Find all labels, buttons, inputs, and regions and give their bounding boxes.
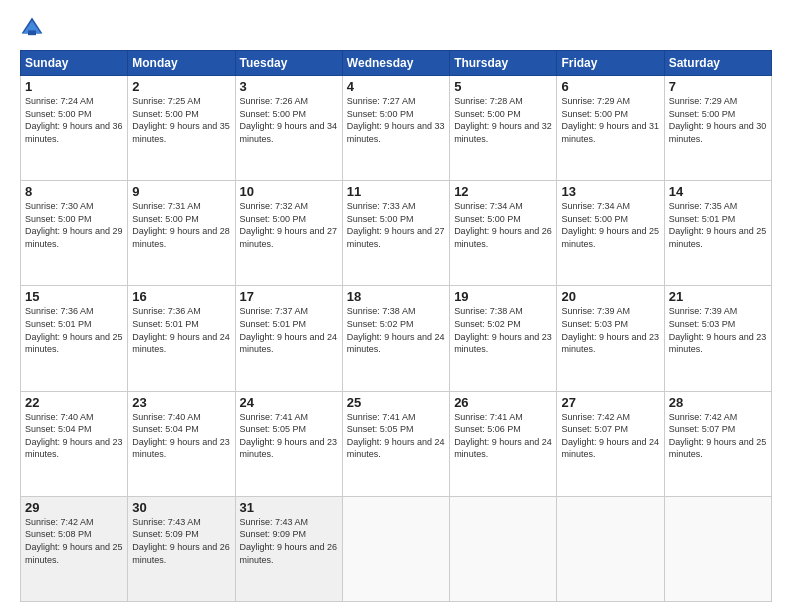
day-info: Sunrise: 7:25 AMSunset: 5:00 PMDaylight:… bbox=[132, 96, 230, 144]
day-number: 10 bbox=[240, 184, 338, 199]
calendar-cell: 16 Sunrise: 7:36 AMSunset: 5:01 PMDaylig… bbox=[128, 286, 235, 391]
calendar-table: SundayMondayTuesdayWednesdayThursdayFrid… bbox=[20, 50, 772, 602]
day-info: Sunrise: 7:40 AMSunset: 5:04 PMDaylight:… bbox=[25, 412, 123, 460]
day-info: Sunrise: 7:42 AMSunset: 5:07 PMDaylight:… bbox=[561, 412, 659, 460]
day-number: 4 bbox=[347, 79, 445, 94]
page: SundayMondayTuesdayWednesdayThursdayFrid… bbox=[0, 0, 792, 612]
calendar-cell: 12 Sunrise: 7:34 AMSunset: 5:00 PMDaylig… bbox=[450, 181, 557, 286]
day-info: Sunrise: 7:39 AMSunset: 5:03 PMDaylight:… bbox=[669, 306, 767, 354]
calendar-cell: 10 Sunrise: 7:32 AMSunset: 5:00 PMDaylig… bbox=[235, 181, 342, 286]
day-info: Sunrise: 7:43 AMSunset: 5:09 PMDaylight:… bbox=[132, 517, 230, 565]
logo bbox=[20, 16, 48, 40]
calendar-cell: 13 Sunrise: 7:34 AMSunset: 5:00 PMDaylig… bbox=[557, 181, 664, 286]
day-number: 30 bbox=[132, 500, 230, 515]
calendar-cell: 5 Sunrise: 7:28 AMSunset: 5:00 PMDayligh… bbox=[450, 76, 557, 181]
day-number: 25 bbox=[347, 395, 445, 410]
calendar-cell bbox=[557, 496, 664, 601]
calendar-cell: 18 Sunrise: 7:38 AMSunset: 5:02 PMDaylig… bbox=[342, 286, 449, 391]
calendar-cell: 11 Sunrise: 7:33 AMSunset: 5:00 PMDaylig… bbox=[342, 181, 449, 286]
day-number: 27 bbox=[561, 395, 659, 410]
calendar-week-row: 15 Sunrise: 7:36 AMSunset: 5:01 PMDaylig… bbox=[21, 286, 772, 391]
calendar-cell: 28 Sunrise: 7:42 AMSunset: 5:07 PMDaylig… bbox=[664, 391, 771, 496]
day-info: Sunrise: 7:34 AMSunset: 5:00 PMDaylight:… bbox=[454, 201, 552, 249]
calendar-cell: 6 Sunrise: 7:29 AMSunset: 5:00 PMDayligh… bbox=[557, 76, 664, 181]
calendar-week-row: 1 Sunrise: 7:24 AMSunset: 5:00 PMDayligh… bbox=[21, 76, 772, 181]
calendar-cell: 2 Sunrise: 7:25 AMSunset: 5:00 PMDayligh… bbox=[128, 76, 235, 181]
day-info: Sunrise: 7:33 AMSunset: 5:00 PMDaylight:… bbox=[347, 201, 445, 249]
day-number: 5 bbox=[454, 79, 552, 94]
day-info: Sunrise: 7:24 AMSunset: 5:00 PMDaylight:… bbox=[25, 96, 123, 144]
calendar-cell: 4 Sunrise: 7:27 AMSunset: 5:00 PMDayligh… bbox=[342, 76, 449, 181]
day-info: Sunrise: 7:28 AMSunset: 5:00 PMDaylight:… bbox=[454, 96, 552, 144]
calendar-cell: 17 Sunrise: 7:37 AMSunset: 5:01 PMDaylig… bbox=[235, 286, 342, 391]
day-number: 26 bbox=[454, 395, 552, 410]
day-info: Sunrise: 7:37 AMSunset: 5:01 PMDaylight:… bbox=[240, 306, 338, 354]
weekday-header: Friday bbox=[557, 51, 664, 76]
calendar-week-row: 8 Sunrise: 7:30 AMSunset: 5:00 PMDayligh… bbox=[21, 181, 772, 286]
calendar-header-row: SundayMondayTuesdayWednesdayThursdayFrid… bbox=[21, 51, 772, 76]
calendar-cell bbox=[664, 496, 771, 601]
day-info: Sunrise: 7:34 AMSunset: 5:00 PMDaylight:… bbox=[561, 201, 659, 249]
calendar-cell: 8 Sunrise: 7:30 AMSunset: 5:00 PMDayligh… bbox=[21, 181, 128, 286]
calendar-cell: 25 Sunrise: 7:41 AMSunset: 5:05 PMDaylig… bbox=[342, 391, 449, 496]
calendar-cell: 29 Sunrise: 7:42 AMSunset: 5:08 PMDaylig… bbox=[21, 496, 128, 601]
day-number: 9 bbox=[132, 184, 230, 199]
calendar-cell bbox=[450, 496, 557, 601]
calendar-cell: 21 Sunrise: 7:39 AMSunset: 5:03 PMDaylig… bbox=[664, 286, 771, 391]
calendar-cell: 23 Sunrise: 7:40 AMSunset: 5:04 PMDaylig… bbox=[128, 391, 235, 496]
day-info: Sunrise: 7:27 AMSunset: 5:00 PMDaylight:… bbox=[347, 96, 445, 144]
weekday-header: Saturday bbox=[664, 51, 771, 76]
day-number: 22 bbox=[25, 395, 123, 410]
calendar-cell: 27 Sunrise: 7:42 AMSunset: 5:07 PMDaylig… bbox=[557, 391, 664, 496]
calendar-cell: 20 Sunrise: 7:39 AMSunset: 5:03 PMDaylig… bbox=[557, 286, 664, 391]
day-number: 16 bbox=[132, 289, 230, 304]
day-number: 8 bbox=[25, 184, 123, 199]
weekday-header: Wednesday bbox=[342, 51, 449, 76]
weekday-header: Monday bbox=[128, 51, 235, 76]
day-number: 13 bbox=[561, 184, 659, 199]
day-info: Sunrise: 7:32 AMSunset: 5:00 PMDaylight:… bbox=[240, 201, 338, 249]
weekday-header: Thursday bbox=[450, 51, 557, 76]
day-number: 17 bbox=[240, 289, 338, 304]
calendar-cell: 22 Sunrise: 7:40 AMSunset: 5:04 PMDaylig… bbox=[21, 391, 128, 496]
day-info: Sunrise: 7:26 AMSunset: 5:00 PMDaylight:… bbox=[240, 96, 338, 144]
day-number: 31 bbox=[240, 500, 338, 515]
day-info: Sunrise: 7:29 AMSunset: 5:00 PMDaylight:… bbox=[561, 96, 659, 144]
day-number: 12 bbox=[454, 184, 552, 199]
day-info: Sunrise: 7:36 AMSunset: 5:01 PMDaylight:… bbox=[25, 306, 123, 354]
calendar-cell: 1 Sunrise: 7:24 AMSunset: 5:00 PMDayligh… bbox=[21, 76, 128, 181]
day-number: 20 bbox=[561, 289, 659, 304]
day-info: Sunrise: 7:39 AMSunset: 5:03 PMDaylight:… bbox=[561, 306, 659, 354]
calendar-cell: 30 Sunrise: 7:43 AMSunset: 5:09 PMDaylig… bbox=[128, 496, 235, 601]
day-number: 21 bbox=[669, 289, 767, 304]
day-number: 28 bbox=[669, 395, 767, 410]
calendar-cell: 15 Sunrise: 7:36 AMSunset: 5:01 PMDaylig… bbox=[21, 286, 128, 391]
day-info: Sunrise: 7:40 AMSunset: 5:04 PMDaylight:… bbox=[132, 412, 230, 460]
day-info: Sunrise: 7:42 AMSunset: 5:08 PMDaylight:… bbox=[25, 517, 123, 565]
day-info: Sunrise: 7:30 AMSunset: 5:00 PMDaylight:… bbox=[25, 201, 123, 249]
day-info: Sunrise: 7:35 AMSunset: 5:01 PMDaylight:… bbox=[669, 201, 767, 249]
day-info: Sunrise: 7:36 AMSunset: 5:01 PMDaylight:… bbox=[132, 306, 230, 354]
calendar-week-row: 22 Sunrise: 7:40 AMSunset: 5:04 PMDaylig… bbox=[21, 391, 772, 496]
day-info: Sunrise: 7:41 AMSunset: 5:05 PMDaylight:… bbox=[347, 412, 445, 460]
calendar-cell: 3 Sunrise: 7:26 AMSunset: 5:00 PMDayligh… bbox=[235, 76, 342, 181]
day-number: 6 bbox=[561, 79, 659, 94]
calendar-cell: 14 Sunrise: 7:35 AMSunset: 5:01 PMDaylig… bbox=[664, 181, 771, 286]
day-info: Sunrise: 7:41 AMSunset: 5:05 PMDaylight:… bbox=[240, 412, 338, 460]
day-number: 15 bbox=[25, 289, 123, 304]
calendar-cell: 9 Sunrise: 7:31 AMSunset: 5:00 PMDayligh… bbox=[128, 181, 235, 286]
day-info: Sunrise: 7:38 AMSunset: 5:02 PMDaylight:… bbox=[454, 306, 552, 354]
day-number: 23 bbox=[132, 395, 230, 410]
logo-icon bbox=[20, 16, 44, 40]
day-number: 11 bbox=[347, 184, 445, 199]
day-number: 3 bbox=[240, 79, 338, 94]
day-info: Sunrise: 7:31 AMSunset: 5:00 PMDaylight:… bbox=[132, 201, 230, 249]
calendar-cell: 31 Sunrise: 7:43 AMSunset: 9:09 PMDaylig… bbox=[235, 496, 342, 601]
header bbox=[20, 16, 772, 40]
calendar-cell: 24 Sunrise: 7:41 AMSunset: 5:05 PMDaylig… bbox=[235, 391, 342, 496]
day-number: 7 bbox=[669, 79, 767, 94]
day-number: 1 bbox=[25, 79, 123, 94]
day-info: Sunrise: 7:38 AMSunset: 5:02 PMDaylight:… bbox=[347, 306, 445, 354]
day-number: 2 bbox=[132, 79, 230, 94]
day-number: 19 bbox=[454, 289, 552, 304]
